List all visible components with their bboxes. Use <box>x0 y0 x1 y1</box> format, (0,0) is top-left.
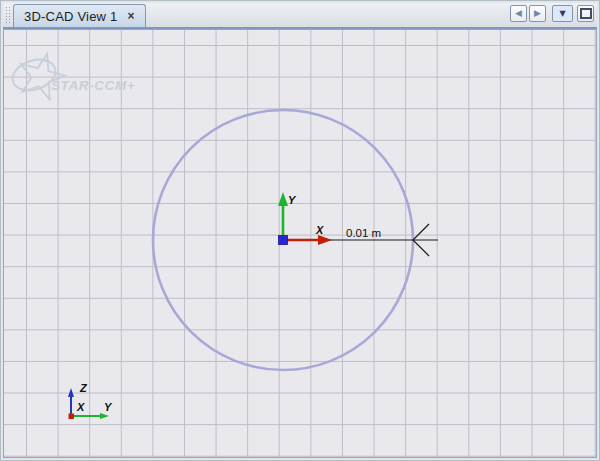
triad-y-arrowhead-icon <box>100 413 109 419</box>
sketch-y-arrowhead-icon <box>278 192 288 206</box>
triad-x-point-marker <box>69 414 75 420</box>
close-icon[interactable]: × <box>126 10 135 22</box>
dimension-value[interactable]: 0.01 m <box>346 227 381 239</box>
sketch-x-axis-label: X <box>315 224 324 236</box>
origin-point-marker[interactable] <box>279 236 288 245</box>
maximize-icon <box>580 8 592 19</box>
tab-label: 3D-CAD View 1 <box>24 9 117 24</box>
tab-strip: 3D-CAD View 1 × ◀ ▶ ▼ <box>3 3 597 29</box>
orientation-triad: Z Y X <box>68 382 113 419</box>
sketch-x-arrowhead-icon <box>318 235 332 245</box>
scroll-tabs-right-button[interactable]: ▶ <box>529 5 546 22</box>
tab-3d-cad-view[interactable]: 3D-CAD View 1 × <box>13 4 146 27</box>
viewport-canvas[interactable]: STAR-CCM+ 0.01 m Y X <box>3 29 597 458</box>
left-triangle-icon: ◀ <box>515 9 522 18</box>
right-triangle-icon: ▶ <box>534 9 541 18</box>
triad-z-arrowhead-icon <box>68 388 74 397</box>
sketch-overlay: STAR-CCM+ 0.01 m Y X <box>4 30 596 457</box>
maximize-view-button[interactable] <box>577 5 594 22</box>
app-window: 3D-CAD View 1 × ◀ ▶ ▼ STAR <box>0 0 600 461</box>
scroll-tabs-left-button[interactable]: ◀ <box>510 5 527 22</box>
sketch-origin-axes: Y X <box>278 192 332 245</box>
triad-x-label: X <box>76 401 85 413</box>
star-ccm-watermark: STAR-CCM+ <box>9 54 136 100</box>
triad-y-label: Y <box>104 401 113 413</box>
chevron-down-icon: ▼ <box>559 10 565 18</box>
tab-strip-buttons: ◀ ▶ ▼ <box>510 5 594 22</box>
tab-list-dropdown-button[interactable]: ▼ <box>552 5 573 22</box>
tab-strip-grip[interactable] <box>4 5 11 25</box>
sketch-y-axis-label: Y <box>288 194 297 206</box>
triad-z-label: Z <box>79 382 88 394</box>
watermark-text: STAR-CCM+ <box>51 78 135 93</box>
